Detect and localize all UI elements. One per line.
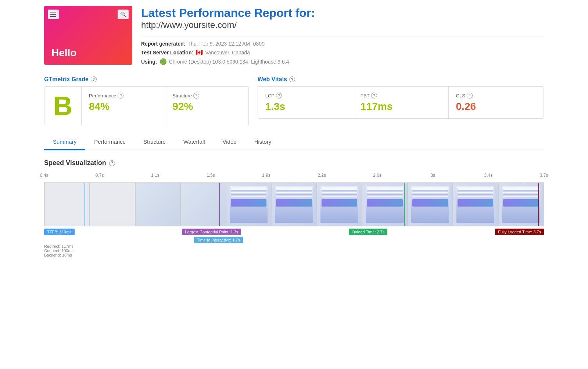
screenshot-frame-8 (408, 183, 453, 226)
screenshot-frame-10 (498, 183, 544, 226)
screenshot-frame-7 (362, 183, 407, 226)
screenshot-frame-6 (317, 183, 362, 226)
grade-metrics: Performance ? 84% Structure ? 92% (82, 87, 248, 125)
cls-label: CLS ? (456, 93, 536, 98)
report-info: Latest Performance Report for: http://ww… (141, 6, 544, 67)
time-label-5: 2.2s (318, 173, 326, 178)
grade-title-text: GTmetrix Grade (44, 76, 89, 83)
timeline-wrapper: 0.4s0.7s1.1s1.5s1.9s2.2s2.6s3s3.4s3.7s T… (44, 173, 544, 257)
tab-performance[interactable]: Performance (85, 134, 135, 150)
time-label-3: 1.5s (207, 173, 215, 178)
tab-summary[interactable]: Summary (44, 134, 85, 150)
time-label-6: 2.6s (373, 173, 381, 178)
report-meta-location: Test Server Location: 🇨🇦 Vancouver, Cana… (141, 49, 544, 56)
report-title: Latest Performance Report for: (141, 6, 544, 20)
flag-icon: 🇨🇦 (196, 49, 203, 56)
tbt-item: TBT ? 117ms (353, 87, 448, 118)
structure-metric: Structure ? 92% (165, 87, 248, 125)
page-wrapper: 🔍 Hello Latest Performance Report for: h… (37, 0, 551, 263)
grade-section: GTmetrix Grade ? B Performance ? 84% (44, 76, 249, 125)
screenshot-frame-5 (271, 183, 316, 226)
structure-help-icon[interactable]: ? (193, 93, 199, 98)
logo-hello-text: Hello (51, 47, 76, 59)
connect-label: Connect: 100ms (44, 248, 544, 253)
viz-area (44, 182, 544, 226)
redirect-label: Redirect: 117ms (44, 244, 544, 248)
onload-vline (404, 183, 405, 226)
screenshot-frame-9 (453, 183, 498, 226)
tab-waterfall[interactable]: Waterfall (175, 134, 214, 150)
time-label-8: 3.4s (484, 173, 493, 178)
logo-box: 🔍 Hello (44, 6, 132, 65)
search-button[interactable]: 🔍 (118, 10, 129, 19)
backend-label: Backend: 10ms (44, 253, 544, 257)
tbt-value: 117ms (361, 101, 441, 112)
time-label-1: 0.7s (96, 173, 104, 178)
using-label: Using: (141, 59, 157, 65)
structure-value: 92% (172, 101, 241, 112)
vitals-section: Web Vitals ? LCP ? 1.3s TBT ? 117ms (258, 76, 544, 125)
marker-badges-row: TTFB: 310ms Largest Contentful Paint: 1.… (44, 229, 544, 235)
performance-help-icon[interactable]: ? (118, 93, 123, 98)
tab-history[interactable]: History (245, 134, 280, 150)
lcp-help-icon[interactable]: ? (276, 93, 282, 98)
performance-label: Performance ? (89, 93, 157, 98)
vitals-help-icon[interactable]: ? (289, 76, 295, 82)
menu-button[interactable] (48, 10, 59, 19)
tbt-label: TBT ? (361, 93, 441, 98)
grade-card: B Performance ? 84% Structure ? (44, 86, 249, 125)
header-row: 🔍 Hello Latest Performance Report for: h… (44, 6, 544, 67)
chrome-icon: 🟢 (159, 58, 167, 65)
vitals-title-text: Web Vitals (258, 76, 287, 83)
vitals-card: LCP ? 1.3s TBT ? 117ms CLS ? (258, 86, 544, 119)
cls-value: 0.26 (456, 101, 536, 112)
metrics-row: GTmetrix Grade ? B Performance ? 84% (44, 76, 544, 125)
fully-loaded-badge: Fully Loaded Time: 3.7s (495, 229, 544, 235)
ttfb-badge: TTFB: 310ms (44, 229, 75, 235)
vitals-section-title: Web Vitals ? (258, 76, 544, 83)
performance-value: 84% (89, 101, 157, 112)
lcp-badge: Largest Contentful Paint: 1.3s (182, 229, 241, 235)
tabs-row: SummaryPerformanceStructureWaterfallVide… (44, 134, 544, 150)
grade-section-title: GTmetrix Grade ? (44, 76, 249, 83)
tab-structure[interactable]: Structure (135, 134, 175, 150)
fully-loaded-vline (538, 183, 539, 226)
grade-letter-box: B (44, 87, 82, 125)
tab-video[interactable]: Video (214, 134, 245, 150)
report-meta-generated: Report generated: Thu, Feb 9, 2023 12:12… (141, 41, 544, 47)
lcp-label: LCP ? (265, 93, 345, 98)
screenshot-frame-0 (44, 183, 90, 226)
report-meta-using: Using: 🟢 Chrome (Desktop) 103.0.5060.134… (141, 58, 544, 65)
lcp-item: LCP ? 1.3s (258, 87, 353, 118)
lcp-value: 1.3s (265, 101, 345, 112)
screenshot-frame-1 (90, 183, 135, 226)
time-label-9: 3.7s (540, 173, 548, 178)
grade-help-icon[interactable]: ? (91, 76, 97, 82)
grade-letter: B (53, 93, 72, 119)
speed-visualization-section: Speed Visualization ? 0.4s0.7s1.1s1.5s1.… (44, 159, 544, 257)
lcp-vline (219, 183, 220, 226)
tbt-help-icon[interactable]: ? (371, 93, 377, 98)
speed-viz-help-icon[interactable]: ? (109, 160, 115, 166)
time-label-0: 0.4s (40, 173, 49, 178)
timeline-time-labels: 0.4s0.7s1.1s1.5s1.9s2.2s2.6s3s3.4s3.7s (44, 173, 544, 182)
time-label-7: 3s (430, 173, 435, 178)
search-icon: 🔍 (120, 11, 126, 17)
time-label-2: 1.1s (151, 173, 159, 178)
screenshot-frame-4 (226, 183, 271, 226)
generated-label: Report generated: (141, 41, 186, 47)
onload-badge: Onload Time: 2.7s (349, 229, 387, 235)
ttfb-vline (85, 183, 85, 226)
cls-item: CLS ? 0.26 (449, 87, 544, 118)
cls-help-icon[interactable]: ? (467, 93, 473, 98)
structure-label: Structure ? (172, 93, 241, 98)
using-value: Chrome (Desktop) 103.0.5060.134, Lightho… (169, 59, 289, 65)
report-divider (141, 36, 544, 36)
report-url[interactable]: http://www.yoursite.com/ (141, 20, 544, 30)
sub-markers-row: Time to Interactive: 1.7s (44, 237, 544, 243)
tti-badge: Time to Interactive: 1.7s (194, 237, 243, 243)
location-label: Test Server Location: (141, 50, 193, 55)
time-label-4: 1.9s (262, 173, 270, 178)
speed-viz-title: Speed Visualization ? (44, 159, 544, 167)
location-value: Vancouver, Canada (205, 50, 250, 55)
